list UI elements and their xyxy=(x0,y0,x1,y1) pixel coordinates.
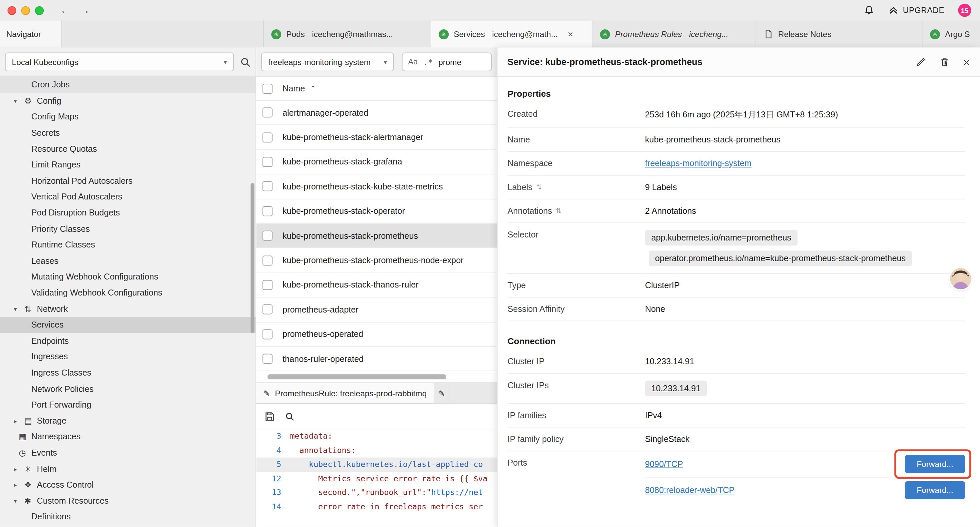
edit-pencil-icon[interactable] xyxy=(916,57,926,67)
sidebar-item-ingress-classes[interactable]: Ingress Classes xyxy=(0,365,256,381)
chevron-down-icon[interactable]: ▾ xyxy=(14,306,24,312)
port-link-8080[interactable]: 8080:reloader-web/TCP xyxy=(645,486,735,495)
sidebar-item-services[interactable]: Services xyxy=(0,317,256,333)
zoom-window-button[interactable] xyxy=(35,6,44,15)
table-row[interactable]: kube-prometheus-stack-operator xyxy=(256,199,497,224)
sidebar-item-config-maps[interactable]: Config Maps xyxy=(0,109,256,125)
tab-prometheus-rules[interactable]: ✳ Prometheus Rules - icecheng... xyxy=(592,21,756,48)
sidebar-item-horizontal-pod-autoscalers[interactable]: Horizontal Pod Autoscalers xyxy=(0,173,256,189)
dock-tab-partial[interactable]: ✎ xyxy=(434,383,449,403)
row-checkbox[interactable] xyxy=(262,354,272,364)
sidebar-item-access-control[interactable]: ▸ ❖ Access Control xyxy=(0,477,256,493)
namespace-select[interactable]: freeleaps-monitoring-system ▾ xyxy=(261,53,394,71)
table-row[interactable]: kube-prometheus-stack-kube-state-metrics xyxy=(256,174,497,199)
horizontal-scrollbar[interactable] xyxy=(256,372,497,383)
close-window-button[interactable] xyxy=(7,6,16,15)
table-row[interactable]: alertmanager-operated xyxy=(256,101,497,126)
sidebar-item-runtime-classes[interactable]: Runtime Classes xyxy=(0,237,256,253)
tab-release-notes[interactable]: Release Notes xyxy=(756,21,922,48)
chevron-right-icon[interactable]: ▸ xyxy=(14,481,24,488)
tab-pods[interactable]: ✳ Pods - icecheng@mathmas... xyxy=(264,21,431,48)
regex-toggle[interactable]: .* xyxy=(423,57,433,66)
sidebar-item-secrets[interactable]: Secrets xyxy=(0,125,256,141)
chevron-right-icon[interactable]: ▸ xyxy=(14,465,24,472)
match-case-toggle[interactable]: Aa xyxy=(408,57,418,66)
search-icon[interactable] xyxy=(240,57,251,67)
forward-icon[interactable]: → xyxy=(80,4,90,16)
row-checkbox[interactable] xyxy=(262,304,272,315)
row-checkbox[interactable] xyxy=(262,280,272,290)
sidebar-item-priority-classes[interactable]: Priority Classes xyxy=(0,221,256,237)
search-input[interactable]: Aa .* prome xyxy=(402,53,492,71)
sidebar-item-definitions[interactable]: Definitions xyxy=(0,509,256,525)
table-row[interactable]: prometheus-operated xyxy=(256,322,497,347)
select-all-checkbox[interactable] xyxy=(262,83,272,93)
back-icon[interactable]: ← xyxy=(60,4,71,16)
chevron-down-icon: ▾ xyxy=(383,58,387,65)
sidebar-item-leases[interactable]: Leases xyxy=(0,253,256,269)
chevron-down-icon[interactable]: ▾ xyxy=(14,97,24,104)
table-row[interactable]: kube-prometheus-stack-thanos-ruler xyxy=(256,273,497,298)
kubeconfig-select[interactable]: Local Kubeconfigs ▾ xyxy=(5,53,234,71)
table-row[interactable]: thanos-ruler-operated xyxy=(256,347,497,372)
expand-updown-icon[interactable]: ⇅ xyxy=(536,183,542,191)
bell-icon[interactable] xyxy=(864,5,874,16)
sort-ascending-icon[interactable]: ⌃ xyxy=(310,84,315,92)
namespace-link[interactable]: freeleaps-monitoring-system xyxy=(645,159,751,168)
row-checkbox[interactable] xyxy=(262,108,272,118)
sidebar-item-validating-webhook-configurations[interactable]: Validating Webhook Configurations xyxy=(0,285,256,301)
sidebar-item-config[interactable]: ▾ ⚙ Config xyxy=(0,93,256,109)
table-row-selected[interactable]: kube-prometheus-stack-prometheus xyxy=(256,224,497,248)
table-row[interactable]: kube-prometheus-stack-prometheus-node-ex… xyxy=(256,248,497,273)
dock-tab-prometheusrule[interactable]: ✎ PrometheusRule: freeleaps-prod-rabbitm… xyxy=(256,383,434,403)
sidebar-item-events[interactable]: ◷ Events xyxy=(0,444,256,461)
sidebar-item-mutating-webhook-configurations[interactable]: Mutating Webhook Configurations xyxy=(0,269,256,285)
row-checkbox[interactable] xyxy=(262,157,272,167)
search-icon[interactable] xyxy=(285,412,294,421)
sidebar-item-ingresses[interactable]: Ingresses xyxy=(0,349,256,365)
row-checkbox[interactable] xyxy=(262,182,272,191)
sidebar-item-network[interactable]: ▾ ⇅ Network xyxy=(0,301,256,317)
yaml-editor[interactable]: 3metadata: 4 annotations: 5 kubectl.kube… xyxy=(256,430,497,514)
chevron-down-icon[interactable]: ▾ xyxy=(14,497,24,504)
name-column-header[interactable]: Name xyxy=(283,84,305,93)
minimize-window-button[interactable] xyxy=(21,6,30,15)
sidebar-item-port-forwarding[interactable]: Port Forwarding xyxy=(0,397,256,413)
row-checkbox[interactable] xyxy=(262,206,272,216)
forward-button[interactable]: Forward... xyxy=(905,481,965,499)
table-row[interactable]: prometheus-adapter xyxy=(256,298,497,322)
save-icon[interactable] xyxy=(264,411,275,422)
sidebar-scrollbar[interactable] xyxy=(250,183,254,333)
sidebar-item-endpoints[interactable]: Endpoints xyxy=(0,333,256,349)
table-row[interactable]: kube-prometheus-stack-alertmanager xyxy=(256,125,497,150)
table-row[interactable]: kube-prometheus-stack-grafana xyxy=(256,150,497,174)
close-icon[interactable]: × xyxy=(963,56,970,68)
row-checkbox[interactable] xyxy=(262,255,272,265)
sidebar-item-namespaces[interactable]: ▦ Namespaces xyxy=(0,428,256,444)
sidebar-item-cron-jobs[interactable]: Cron Jobs xyxy=(0,77,256,93)
sidebar-item-network-policies[interactable]: Network Policies xyxy=(0,381,256,397)
row-checkbox[interactable] xyxy=(262,231,272,241)
row-checkbox[interactable] xyxy=(262,132,272,142)
forward-button[interactable]: Forward... xyxy=(905,455,965,473)
sidebar-item-pod-disruption-budgets[interactable]: Pod Disruption Budgets xyxy=(0,205,256,221)
notification-count-badge[interactable]: 15 xyxy=(958,4,971,17)
tab-services[interactable]: ✳ Services - icecheng@math... × xyxy=(431,21,592,48)
scrollbar-thumb[interactable] xyxy=(267,374,446,380)
user-avatar[interactable] xyxy=(950,268,971,290)
port-link-9090[interactable]: 9090/TCP xyxy=(645,459,683,469)
sidebar-item-limit-ranges[interactable]: Limit Ranges xyxy=(0,157,256,173)
close-tab-icon[interactable]: × xyxy=(568,29,573,39)
sidebar-item-custom-resources[interactable]: ▾ ✱ Custom Resources xyxy=(0,493,256,509)
tab-argo[interactable]: ✳ Argo S xyxy=(923,21,980,48)
sidebar-item-helm[interactable]: ▸ ✳ Helm xyxy=(0,461,256,477)
sidebar-item-vertical-pod-autoscalers[interactable]: Vertical Pod Autoscalers xyxy=(0,189,256,205)
sidebar-item-storage[interactable]: ▸ ▤ Storage xyxy=(0,413,256,429)
trash-icon[interactable] xyxy=(939,57,950,67)
expand-updown-icon[interactable]: ⇅ xyxy=(556,207,562,215)
upgrade-button[interactable]: UPGRADE xyxy=(888,5,944,16)
row-checkbox[interactable] xyxy=(262,329,272,339)
chevron-right-icon[interactable]: ▸ xyxy=(14,417,24,424)
navigator-panel-tab[interactable]: Navigator xyxy=(0,21,62,48)
sidebar-item-resource-quotas[interactable]: Resource Quotas xyxy=(0,141,256,157)
